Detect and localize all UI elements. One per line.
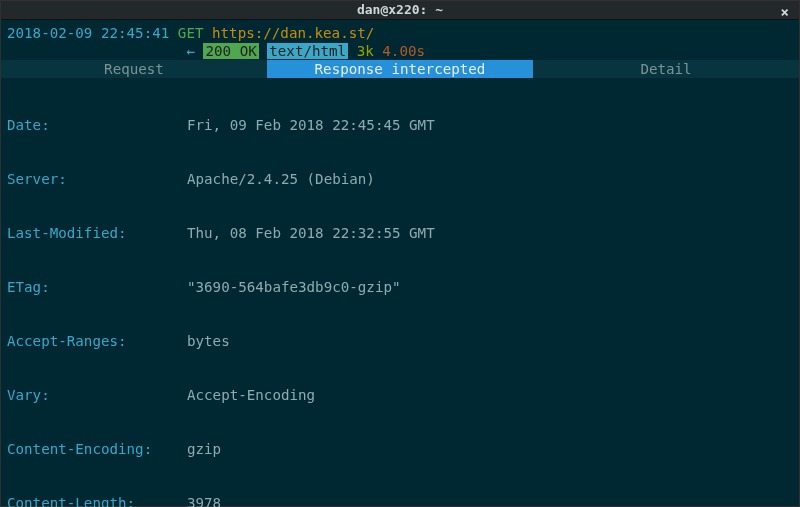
header-row: ETag:"3690-564bafe3db9c0-gzip" bbox=[7, 278, 793, 296]
elapsed-time: 4.00s bbox=[382, 43, 425, 59]
header-row: Content-Encoding:gzip bbox=[7, 440, 793, 458]
header-row: Content-Length:3978 bbox=[7, 494, 793, 507]
header-row: Vary:Accept-Encoding bbox=[7, 386, 793, 404]
arrow-icon: ← bbox=[186, 43, 195, 59]
tabs: Request Response intercepted Detail bbox=[1, 60, 799, 78]
titlebar: dan@x220: ~ × bbox=[1, 1, 799, 20]
close-icon[interactable]: × bbox=[781, 3, 789, 21]
header-row: Last-Modified:Thu, 08 Feb 2018 22:32:55 … bbox=[7, 224, 793, 242]
status-code: 200 OK bbox=[203, 43, 258, 59]
http-method: GET bbox=[178, 25, 204, 41]
window-title: dan@x220: ~ bbox=[357, 1, 443, 19]
timestamp: 2018-02-09 22:45:41 bbox=[7, 25, 169, 41]
request-summary: 2018-02-09 22:45:41 GET https://dan.kea.… bbox=[1, 20, 799, 60]
terminal-window: dan@x220: ~ × 2018-02-09 22:45:41 GET ht… bbox=[0, 0, 800, 507]
header-row: Accept-Ranges:bytes bbox=[7, 332, 793, 350]
tab-request[interactable]: Request bbox=[1, 60, 267, 78]
content-type: text/html bbox=[267, 43, 348, 59]
header-row: Date:Fri, 09 Feb 2018 22:45:45 GMT bbox=[7, 116, 793, 134]
tab-detail[interactable]: Detail bbox=[533, 60, 799, 78]
header-row: Server:Apache/2.4.25 (Debian) bbox=[7, 170, 793, 188]
url: https://dan.kea.st/ bbox=[212, 25, 374, 41]
size: 3k bbox=[357, 43, 374, 59]
response-headers: Date:Fri, 09 Feb 2018 22:45:45 GMT Serve… bbox=[1, 78, 799, 507]
tab-response-intercepted[interactable]: Response intercepted bbox=[267, 60, 533, 78]
